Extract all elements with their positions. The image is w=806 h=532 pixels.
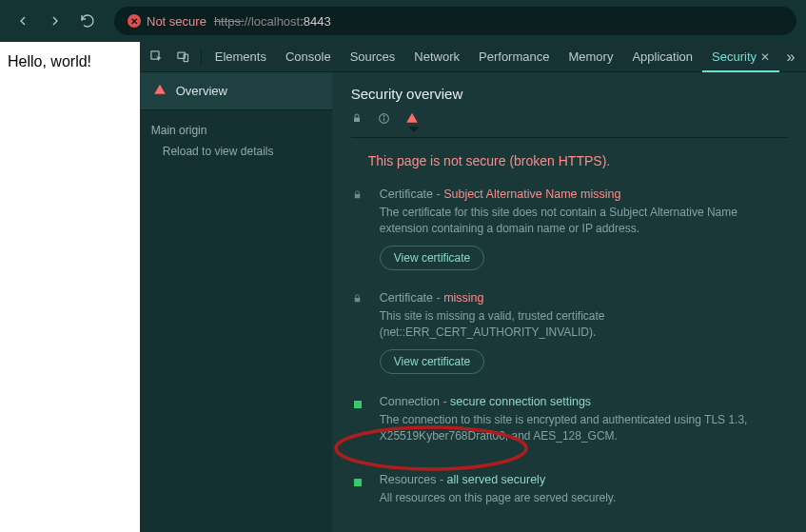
- arrow-left-icon: [15, 13, 30, 29]
- security-status-icons: [351, 111, 787, 128]
- view-certificate-button[interactable]: View certificate: [380, 246, 484, 270]
- caret-down-icon: [408, 127, 420, 132]
- tab-security-label: Security: [712, 49, 757, 64]
- device-icon: [176, 49, 190, 64]
- nav-reload-button[interactable]: [74, 8, 101, 34]
- url-scheme: https:: [214, 14, 245, 29]
- warning-triangle-icon: [405, 111, 419, 128]
- secure-indicator-icon: [354, 479, 362, 486]
- not-secure-label: Not secure: [147, 14, 206, 29]
- security-item-cert-san: Certificate - Subject Alternative Name m…: [351, 187, 787, 270]
- tab-network[interactable]: Network: [404, 42, 469, 72]
- tab-security[interactable]: Security✕: [702, 42, 779, 72]
- tab-elements[interactable]: Elements: [206, 42, 276, 72]
- item-status: missing: [443, 291, 483, 305]
- tab-separator: [201, 49, 202, 66]
- secure-indicator-icon: [354, 401, 362, 408]
- not-secure-icon: ✕: [128, 14, 141, 28]
- item-label: Connection: [380, 395, 440, 408]
- item-status: Subject Alternative Name missing: [443, 187, 620, 201]
- item-description: All resources on this page are served se…: [380, 490, 787, 506]
- item-status: secure connection settings: [450, 395, 591, 408]
- security-item-connection: Connection - secure connection settingsT…: [351, 395, 787, 453]
- arrow-right-icon: [48, 13, 63, 29]
- reload-hint: Reload to view details: [140, 141, 332, 162]
- device-toolbar-button[interactable]: [170, 44, 197, 70]
- tab-console[interactable]: Console: [276, 42, 341, 72]
- not-secure-badge[interactable]: ✕ Not secure: [128, 14, 206, 29]
- nav-back-button[interactable]: [10, 8, 36, 34]
- lock-icon: [352, 293, 363, 374]
- divider: [351, 137, 787, 138]
- warning-triangle-icon: [153, 83, 167, 99]
- overview-label: Overview: [176, 84, 227, 98]
- devtools-panel: Elements Console Sources Network Perform…: [140, 42, 806, 532]
- browser-toolbar: ✕ Not secure https://localhost:8443: [0, 0, 806, 42]
- info-icon: [378, 112, 390, 128]
- item-label: Certificate: [380, 187, 433, 201]
- nav-forward-button[interactable]: [42, 8, 69, 34]
- reload-icon: [80, 13, 95, 29]
- tabs-overflow-button[interactable]: »: [779, 49, 802, 66]
- security-headline: This page is not secure (broken HTTPS).: [351, 153, 787, 168]
- page-body-text: Hello, world!: [8, 53, 91, 69]
- inspect-element-button[interactable]: [144, 44, 170, 70]
- url-port: :8443: [300, 14, 331, 29]
- item-status: all served securely: [447, 473, 546, 486]
- svg-rect-7: [355, 194, 361, 198]
- tab-memory[interactable]: Memory: [559, 42, 622, 72]
- item-description: This site is missing a valid, trusted ce…: [380, 308, 787, 342]
- url-text: https://localhost:8443: [214, 14, 331, 29]
- security-overview-title: Security overview: [351, 86, 787, 102]
- address-bar[interactable]: ✕ Not secure https://localhost:8443: [114, 7, 796, 35]
- lock-icon: [351, 112, 363, 127]
- page-content: Hello, world!: [0, 42, 140, 532]
- close-icon[interactable]: ✕: [760, 50, 770, 64]
- security-item-resources: Resources - all served securelyAll resou…: [351, 473, 787, 514]
- svg-rect-3: [354, 118, 360, 123]
- security-detail: Security overview This page is not secur…: [332, 72, 806, 532]
- security-overview-button[interactable]: Overview: [140, 72, 332, 110]
- main-origin-header: Main origin: [140, 110, 332, 141]
- tab-performance[interactable]: Performance: [469, 42, 559, 72]
- devtools-tabs: Elements Console Sources Network Perform…: [140, 42, 806, 72]
- view-certificate-button[interactable]: View certificate: [380, 349, 484, 374]
- tab-application[interactable]: Application: [622, 42, 702, 72]
- security-item-cert-missing: Certificate - missingThis site is missin…: [351, 291, 787, 374]
- item-description: The certificate for this site does not c…: [380, 205, 787, 238]
- lock-icon: [352, 189, 363, 270]
- item-description: The connection to this site is encrypted…: [380, 412, 787, 445]
- item-label: Resources: [380, 473, 437, 486]
- url-host: //localhost: [245, 14, 301, 29]
- tab-sources[interactable]: Sources: [341, 42, 405, 72]
- item-label: Certificate: [380, 291, 433, 305]
- svg-rect-8: [355, 298, 361, 302]
- svg-point-6: [383, 115, 384, 116]
- inspect-icon: [149, 49, 164, 64]
- security-sidebar: Overview Main origin Reload to view deta…: [140, 72, 332, 532]
